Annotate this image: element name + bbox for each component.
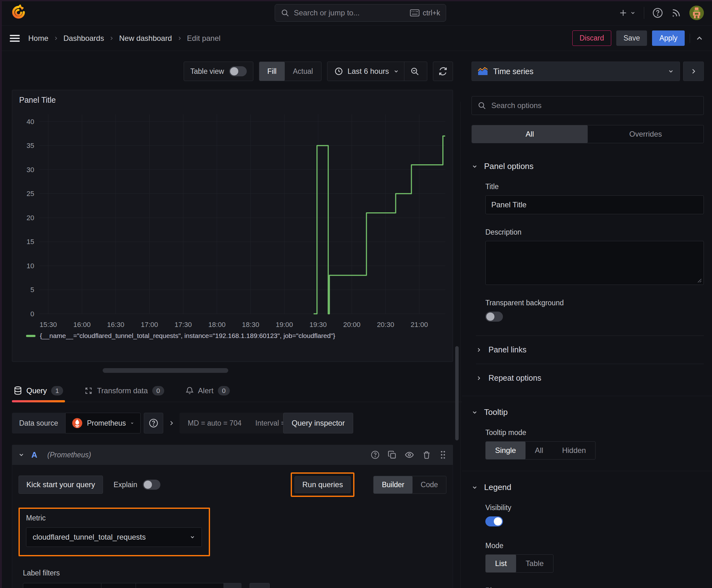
remove-filter-icon[interactable] [224, 583, 241, 588]
duplicate-query-icon[interactable] [388, 450, 396, 459]
add-new-button[interactable] [619, 8, 636, 17]
options-search-input[interactable]: Search options [472, 96, 704, 115]
delete-query-icon[interactable] [422, 450, 431, 459]
svg-text:17:30: 17:30 [175, 321, 192, 329]
menu-icon[interactable] [9, 34, 20, 42]
query-inspector-button[interactable]: Query inspector [283, 413, 353, 434]
legend-series-swatch[interactable] [26, 335, 36, 337]
resize-handle-icon[interactable] [697, 278, 702, 283]
transparent-bg-toggle[interactable] [486, 312, 503, 322]
tooltip-header[interactable]: Tooltip [472, 407, 704, 417]
tab-query[interactable]: Query 1 [12, 382, 65, 402]
code-option[interactable]: Code [412, 476, 446, 493]
kick-start-button[interactable]: Kick start your query [19, 476, 103, 494]
panel-title[interactable]: Panel Title [17, 90, 448, 110]
table-view-toggle[interactable] [229, 66, 247, 76]
repeat-options-row[interactable]: Repeat options [476, 364, 704, 384]
visualization-picker[interactable]: Time series [472, 62, 680, 81]
add-filter-icon[interactable] [250, 583, 270, 588]
time-range-control: Last 6 hours [327, 62, 427, 81]
legend-table-option[interactable]: Table [516, 555, 553, 572]
zoom-out-icon[interactable] [404, 62, 425, 81]
legend-list-option[interactable]: List [486, 555, 516, 572]
hide-query-icon[interactable] [405, 450, 414, 460]
metric-select[interactable]: cloudflared_tunnel_total_requests [26, 527, 202, 547]
fill-actual-switch: Fill Actual [259, 62, 322, 81]
refresh-icon[interactable] [433, 62, 453, 81]
breadcrumb-new-dashboard[interactable]: New dashboard [119, 34, 172, 43]
tab-all[interactable]: All [472, 125, 588, 143]
legend-visibility-toggle[interactable] [486, 517, 503, 526]
chevron-down-icon [190, 534, 195, 540]
save-button[interactable]: Save [616, 30, 647, 46]
query-help-icon[interactable] [371, 450, 380, 459]
tooltip-all-option[interactable]: All [525, 442, 553, 459]
title-label: Title [486, 183, 704, 191]
description-textarea[interactable] [486, 241, 704, 285]
breadcrumb-dashboards[interactable]: Dashboards [63, 34, 104, 43]
datasource-help-icon[interactable] [144, 413, 163, 434]
window-edge [0, 0, 2, 588]
svg-text:10: 10 [27, 262, 34, 270]
tooltip-mode-label: Tooltip mode [486, 428, 704, 437]
tab-alert[interactable]: Alert 0 [184, 382, 232, 402]
svg-text:18:00: 18:00 [208, 321, 225, 329]
expand-stats-icon[interactable] [168, 420, 175, 426]
run-queries-button[interactable]: Run queries [295, 476, 351, 493]
search-icon [281, 8, 289, 17]
tab-overrides[interactable]: Overrides [588, 125, 704, 143]
tab-alert-count: 0 [218, 386, 230, 396]
builder-option[interactable]: Builder [373, 476, 412, 493]
legend-section: Legend Visibility Mode List Table Placem… [462, 471, 712, 588]
clock-icon [335, 67, 343, 76]
panel-links-row[interactable]: Panel links [476, 336, 704, 364]
query-row-header[interactable]: A (Prometheus) [12, 445, 453, 465]
apply-button[interactable]: Apply [652, 30, 685, 46]
explain-label: Explain [114, 481, 137, 489]
actual-option[interactable]: Actual [285, 62, 321, 81]
tab-transform-data[interactable]: Transform data 0 [83, 382, 166, 402]
datasource-picker[interactable]: Prometheus [65, 413, 141, 434]
transform-icon [84, 387, 93, 395]
panel-options-header[interactable]: Panel options [472, 162, 704, 171]
explain-toggle[interactable] [143, 480, 160, 490]
fill-option[interactable]: Fill [259, 62, 285, 81]
breadcrumb-home[interactable]: Home [28, 34, 48, 43]
global-search-input[interactable]: Search or jump to... ctrl+k [275, 4, 446, 22]
resize-drag-handle[interactable] [103, 368, 228, 373]
discard-button[interactable]: Discard [572, 30, 611, 46]
select-label-dropdown[interactable]: Select label [23, 583, 102, 588]
scrollbar[interactable] [455, 346, 459, 440]
edit-pane: Table view Fill Actual Last 6 hours [0, 51, 462, 588]
legend-header[interactable]: Legend [472, 482, 704, 492]
legend-title: Legend [484, 482, 511, 492]
options-search-placeholder: Search options [491, 101, 542, 110]
select-value-dropdown[interactable]: Select value [136, 583, 224, 588]
help-icon[interactable] [652, 7, 663, 18]
panel-title-input[interactable] [486, 195, 704, 214]
time-range-picker[interactable]: Last 6 hours [329, 67, 404, 76]
svg-text:17:00: 17:00 [141, 321, 158, 329]
collapse-options-icon[interactable] [695, 34, 704, 43]
tooltip-hidden-option[interactable]: Hidden [553, 442, 595, 459]
tab-transform-label: Transform data [97, 386, 148, 395]
drag-handle-icon[interactable] [439, 450, 447, 459]
grafana-logo-icon[interactable] [6, 4, 26, 21]
placement-label: Placement [486, 586, 704, 588]
tooltip-single-option[interactable]: Single [486, 442, 525, 459]
operator-dropdown[interactable]: = [102, 583, 136, 588]
timeseries-chart[interactable]: 051015202530354015:3016:0016:3017:0017:3… [17, 110, 448, 330]
tab-alert-label: Alert [198, 386, 214, 395]
chevron-down-icon [130, 420, 134, 426]
svg-text:5: 5 [30, 286, 34, 294]
datasource-label: Data source [12, 413, 65, 434]
svg-text:16:00: 16:00 [73, 321, 91, 329]
metric-annotation: Metric cloudflared_tunnel_total_requests [19, 508, 210, 556]
news-rss-icon[interactable] [671, 8, 681, 18]
legend-series-label[interactable]: {__name__="cloudflared_tunnel_total_requ… [40, 332, 335, 339]
prometheus-icon [72, 418, 83, 428]
timeseries-panel: Panel Title 051015202530354015:3016:0016… [12, 90, 453, 362]
user-avatar[interactable] [689, 6, 704, 20]
breadcrumb: Home Dashboards New dashboard Edit panel [28, 34, 220, 43]
collapse-sidebar-icon[interactable] [683, 62, 704, 81]
